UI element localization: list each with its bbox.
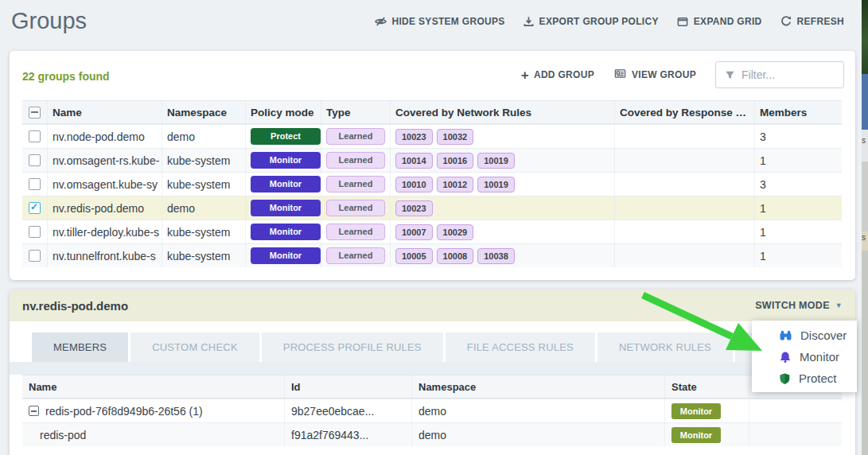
col-response-rules[interactable]: Covered by Response … xyxy=(615,101,755,123)
chevron-down-icon: ▼ xyxy=(835,301,843,309)
network-rule-chip: 10007 xyxy=(395,224,433,240)
tab-members[interactable]: MEMBERS xyxy=(32,332,128,362)
policy-mode-badge: Monitor xyxy=(251,200,321,216)
table-row[interactable]: nv.tiller-deploy.kube-s kube-system Moni… xyxy=(22,220,842,243)
table-row[interactable]: nv.omsagent.kube-sy kube-system Monitor … xyxy=(22,172,842,196)
network-rule-chip: 10005 xyxy=(395,248,433,264)
members-count: 3 xyxy=(755,173,842,196)
network-rule-chip: 10019 xyxy=(477,153,515,169)
detail-header: nv.redis-pod.demo SWITCH MODE ▼ xyxy=(10,290,855,321)
hide-system-groups-button[interactable]: HIDE SYSTEM GROUPS xyxy=(374,15,505,28)
page-title: Groups xyxy=(11,8,87,34)
col-namespace[interactable]: Namespace xyxy=(162,101,246,123)
select-all-checkbox[interactable] xyxy=(29,107,41,119)
policy-mode-badge: Monitor xyxy=(251,224,321,240)
detail-tabbar: MEMBERS CUSTOM CHECK PROCESS PROFILE RUL… xyxy=(32,332,799,362)
network-rule-chip: 10016 xyxy=(437,153,474,169)
groups-count: 22 groups found xyxy=(22,70,110,83)
filter-input[interactable] xyxy=(716,62,843,88)
col-member-namespace[interactable]: Namespace xyxy=(412,375,665,398)
groups-table: Name Namespace Policy mode Type Covered … xyxy=(22,100,842,267)
members-count: 1 xyxy=(755,220,842,243)
type-badge: Learned xyxy=(326,152,385,169)
refresh-button[interactable]: REFRESH xyxy=(780,15,844,28)
row-checkbox[interactable] xyxy=(29,130,41,142)
network-rule-chip: 10038 xyxy=(477,248,515,264)
network-rule-chip: 10010 xyxy=(395,177,433,192)
col-network-rules[interactable]: Covered by Network Rules xyxy=(391,101,615,123)
col-name[interactable]: Name xyxy=(48,101,162,123)
add-group-button[interactable]: + ADD GROUP xyxy=(521,68,594,82)
background-window-strip: s s xyxy=(862,0,868,455)
collapse-icon[interactable] xyxy=(29,406,39,416)
export-group-policy-button[interactable]: EXPORT GROUP POLICY xyxy=(523,15,659,28)
bell-icon xyxy=(779,351,792,364)
filter-box xyxy=(715,61,844,88)
policy-mode-badge: Monitor xyxy=(251,152,321,169)
state-badge: Monitor xyxy=(671,403,721,419)
type-badge: Learned xyxy=(326,176,385,192)
type-badge: Learned xyxy=(326,200,385,216)
policy-mode-badge: Monitor xyxy=(251,176,321,192)
tab-process-profile-rules[interactable]: PROCESS PROFILE RULES xyxy=(262,332,443,362)
groups-table-header: Name Namespace Policy mode Type Covered … xyxy=(22,100,842,124)
member-row[interactable]: redis-pod-76f8d949b6-26t56 (1) 9b27ee0eb… xyxy=(22,399,842,422)
row-checkbox[interactable] xyxy=(29,178,41,190)
switch-mode-button[interactable]: SWITCH MODE ▼ xyxy=(755,300,843,311)
policy-mode-badge: Monitor xyxy=(251,247,321,264)
col-member-id[interactable]: Id xyxy=(285,375,412,398)
type-badge: Learned xyxy=(326,224,385,240)
groups-card: 22 groups found + ADD GROUP VIEW GROUP N… xyxy=(10,51,855,280)
strip-text: s xyxy=(862,136,866,145)
row-checkbox[interactable] xyxy=(29,250,41,262)
menu-item-protect[interactable]: Protect xyxy=(752,368,857,389)
group-detail-card: nv.redis-pod.demo SWITCH MODE ▼ MEMBERS … xyxy=(10,290,855,455)
strip-text: s xyxy=(862,233,866,242)
download-icon xyxy=(523,15,535,28)
top-toolbar: HIDE SYSTEM GROUPS EXPORT GROUP POLICY E… xyxy=(374,15,844,28)
tab-file-access-rules[interactable]: FILE ACCESS RULES xyxy=(446,332,595,362)
table-row[interactable]: nv.omsagent-rs.kube- kube-system Monitor… xyxy=(22,148,842,172)
binoculars-icon xyxy=(779,329,792,342)
menu-item-monitor[interactable]: Monitor xyxy=(752,346,857,368)
tab-custom-check[interactable]: CUSTOM CHECK xyxy=(130,332,259,362)
members-count: 1 xyxy=(755,196,842,220)
window-icon xyxy=(676,16,689,28)
menu-item-discover[interactable]: Discover xyxy=(752,325,857,346)
row-checkbox[interactable] xyxy=(29,154,41,166)
members-table: Name Id Namespace State Vulnerabilities … xyxy=(22,375,842,446)
col-members[interactable]: Members xyxy=(755,101,842,123)
table-row-selected[interactable]: nv.redis-pod.demo demo Monitor Learned 1… xyxy=(22,196,842,220)
shield-icon xyxy=(779,372,791,385)
tab-network-rules[interactable]: NETWORK RULES xyxy=(597,332,733,362)
row-checkbox[interactable] xyxy=(29,226,41,238)
type-badge: Learned xyxy=(326,128,385,145)
expand-grid-button[interactable]: EXPAND GRID xyxy=(676,16,762,28)
member-row[interactable]: redis-pod f91a2f769443... demo Monitor xyxy=(22,422,842,446)
view-group-button[interactable]: VIEW GROUP xyxy=(613,68,696,82)
network-rule-chip: 10032 xyxy=(437,129,474,145)
col-member-name[interactable]: Name xyxy=(22,375,285,398)
groups-actions: + ADD GROUP VIEW GROUP xyxy=(521,61,844,88)
state-badge: Monitor xyxy=(671,427,721,443)
table-row[interactable]: nv.node-pod.demo demo Protect Learned 10… xyxy=(22,124,842,148)
plus-icon: + xyxy=(521,68,529,82)
groups-page: Groups HIDE SYSTEM GROUPS EXPORT GROUP P… xyxy=(0,0,868,455)
row-checkbox[interactable] xyxy=(29,202,41,214)
col-member-state[interactable]: State xyxy=(665,375,749,398)
members-count: 1 xyxy=(755,149,842,172)
col-policy-mode[interactable]: Policy mode xyxy=(246,101,321,123)
network-rule-chip: 10014 xyxy=(395,153,433,169)
network-rule-chip: 10029 xyxy=(437,224,474,240)
network-rule-chip: 10012 xyxy=(437,177,474,192)
members-count: 1 xyxy=(755,244,842,267)
detail-title: nv.redis-pod.demo xyxy=(22,299,128,313)
tab-divider xyxy=(10,362,855,375)
table-row[interactable]: nv.tunnelfront.kube-s kube-system Monito… xyxy=(22,243,842,267)
network-rule-chip: 10023 xyxy=(395,200,433,216)
type-badge: Learned xyxy=(326,247,385,264)
network-rule-chip: 10008 xyxy=(437,248,474,264)
members-count: 3 xyxy=(755,125,842,148)
switch-mode-menu: Discover Monitor Protect xyxy=(752,321,857,392)
col-type[interactable]: Type xyxy=(321,101,391,123)
